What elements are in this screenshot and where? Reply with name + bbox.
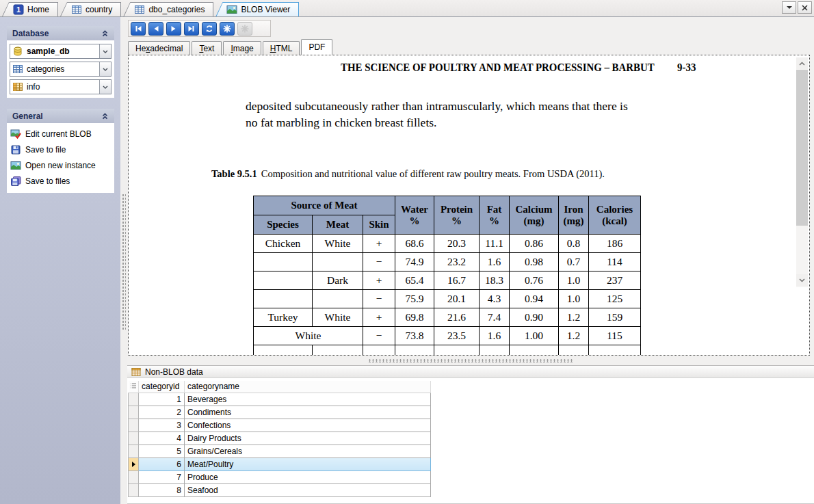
load-blob-button[interactable] — [220, 22, 235, 36]
cell-skin: + — [363, 235, 395, 253]
column-header: Iron(mg) — [559, 196, 589, 235]
cell-value: 75.9 — [395, 290, 434, 308]
cell-categoryname[interactable]: Confections — [185, 419, 431, 432]
tab-text[interactable]: Text — [192, 41, 222, 55]
pdf-table-row: ChickenWhite+68.620.311.10.860.8186 — [254, 235, 641, 253]
cell-value: 20.1 — [434, 290, 480, 308]
field-selector[interactable]: info — [10, 79, 111, 94]
tab-label: country — [86, 5, 112, 14]
pdf-scrollbar[interactable] — [796, 57, 808, 287]
vertical-splitter[interactable] — [120, 17, 127, 504]
save-files-icon — [10, 176, 21, 187]
grid-header-row: categoryidcategoryname — [129, 381, 431, 393]
row-selector[interactable] — [129, 393, 139, 406]
previous-record-button[interactable] — [148, 22, 163, 36]
grid-row[interactable]: 5Grains/Cereals — [129, 445, 431, 457]
cell-value: 159 — [589, 308, 641, 327]
scroll-down-button[interactable] — [796, 274, 808, 286]
dropdown-button[interactable] — [99, 44, 111, 58]
table-selector[interactable]: categories — [10, 62, 111, 77]
action-label: Open new instance — [25, 161, 96, 170]
tab-hexadecimal[interactable]: Hexadecimal — [128, 41, 190, 55]
grid-row[interactable]: 8Seafood — [129, 483, 431, 496]
cell-categoryid[interactable]: 7 — [139, 470, 185, 483]
cell-meat: White — [313, 308, 363, 327]
sidebar: Database sample_dbcategoriesinfo General… — [0, 17, 120, 504]
grid-row[interactable]: 3Confections — [129, 419, 431, 432]
edit-current-blob[interactable]: Edit current BLOB — [10, 129, 111, 140]
grid-row[interactable]: 2Condiments — [129, 406, 431, 419]
horizontal-splitter[interactable] — [127, 356, 814, 365]
panel-title: Non-BLOB data — [145, 367, 203, 377]
current-row-marker[interactable] — [129, 457, 139, 470]
blob-viewer-panel: HexadecimalTextImageHTMLPDF THE SCIENCE … — [127, 17, 814, 504]
next-record-button[interactable] — [166, 22, 181, 36]
open-new-instance[interactable]: Open new instance — [10, 160, 111, 171]
refresh-button[interactable] — [202, 22, 217, 36]
tab-list-dropdown-button[interactable] — [782, 1, 796, 14]
save-to-files[interactable]: Save to files — [10, 176, 111, 187]
tab-dbo-categories[interactable]: dbo_categories — [123, 2, 213, 16]
grid-corner-button[interactable] — [129, 381, 139, 393]
general-actions: Edit current BLOBSave to fileOpen new in… — [7, 123, 114, 193]
pdf-table-caption: Table 9.5.1Composition and nutritional v… — [211, 168, 605, 180]
database-selector[interactable]: sample_db — [10, 44, 111, 59]
tab-pdf[interactable]: PDF — [301, 39, 332, 55]
row-selector[interactable] — [129, 406, 139, 419]
scrollbar-thumb[interactable] — [796, 70, 808, 226]
cell-categoryid[interactable]: 1 — [139, 393, 185, 406]
cell-categoryid[interactable]: 4 — [139, 432, 185, 445]
database-selectors: sample_dbcategoriesinfo — [7, 40, 114, 98]
row-selector[interactable] — [129, 470, 139, 483]
cell-categoryid[interactable]: 3 — [139, 419, 185, 432]
grid-column-categoryname[interactable]: categoryname — [185, 381, 431, 393]
chevron-up-icon — [799, 62, 805, 66]
sidebar-section-general[interactable]: General — [7, 109, 114, 123]
table-icon — [71, 4, 82, 15]
cell-value: 69.8 — [395, 308, 434, 327]
tab-image[interactable]: Image — [223, 41, 261, 55]
row-selector[interactable] — [129, 432, 139, 445]
cell-categoryid[interactable]: 2 — [139, 406, 185, 419]
first-record-button[interactable] — [131, 22, 146, 36]
grid-column-categoryid[interactable]: categoryid — [139, 381, 185, 393]
sidebar-section-database[interactable]: Database — [7, 26, 114, 40]
cell-categoryname[interactable]: Condiments — [185, 406, 431, 419]
tab-label: Home — [27, 5, 49, 14]
close-tab-button[interactable] — [798, 1, 812, 14]
grid-row[interactable]: 1Beverages — [129, 393, 431, 406]
cell-categoryid[interactable]: 5 — [139, 445, 185, 457]
tab-blob-viewer[interactable]: BLOB Viewer — [215, 2, 299, 16]
grid-row[interactable]: 7Produce — [129, 470, 431, 483]
clear-blob-button[interactable] — [237, 22, 252, 36]
tab-country[interactable]: country — [60, 2, 121, 16]
cell-categoryname[interactable]: Meat/Poultry — [185, 457, 431, 470]
grid-row-selected[interactable]: 6Meat/Poultry — [129, 457, 431, 470]
tab-home[interactable]: 1Home — [2, 2, 58, 16]
row-selector[interactable] — [129, 445, 139, 457]
document-tabs: 1Homecountrydbo_categoriesBLOB Viewer — [0, 2, 299, 16]
dropdown-button[interactable] — [99, 62, 111, 76]
dropdown-button[interactable] — [99, 80, 111, 94]
cell-value: 1.0 — [559, 271, 589, 290]
cell-categoryname[interactable]: Dairy Products — [185, 432, 431, 445]
cell-value — [480, 345, 510, 356]
row-selector[interactable] — [129, 483, 139, 496]
cell-categoryid[interactable]: 6 — [139, 457, 185, 470]
cell-categoryname[interactable]: Beverages — [185, 393, 431, 406]
splitter-grip — [122, 194, 126, 330]
column-header: Fat% — [480, 196, 510, 235]
grid-row[interactable]: 4Dairy Products — [129, 432, 431, 445]
cell-value: 0.7 — [559, 253, 589, 271]
tab-html[interactable]: HTML — [263, 41, 300, 55]
cell-value — [559, 345, 589, 356]
data-grid-area: categoryidcategoryname1Beverages2Condime… — [127, 378, 814, 504]
cell-categoryid[interactable]: 8 — [139, 483, 185, 496]
cell-categoryname[interactable]: Seafood — [185, 483, 431, 496]
scroll-up-button[interactable] — [796, 57, 808, 69]
save-to-file[interactable]: Save to file — [10, 144, 111, 155]
cell-categoryname[interactable]: Produce — [185, 470, 431, 483]
cell-categoryname[interactable]: Grains/Cereals — [185, 445, 431, 457]
last-record-button[interactable] — [184, 22, 199, 36]
row-selector[interactable] — [129, 419, 139, 432]
